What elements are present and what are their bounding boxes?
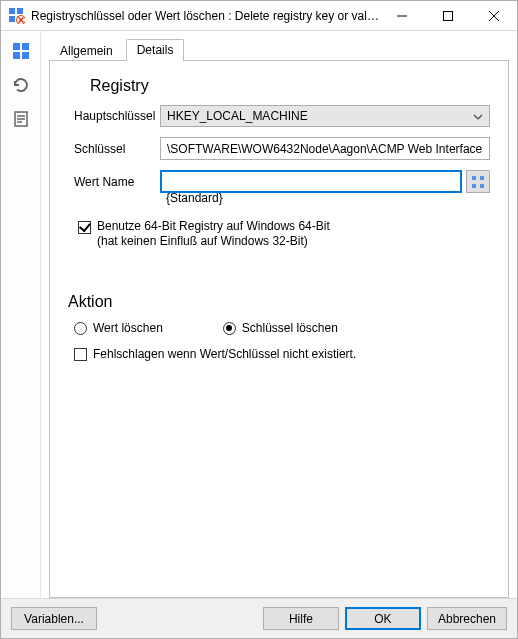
label-valuename: Wert Name — [68, 175, 160, 189]
radio-delete-value[interactable]: Wert löschen — [74, 321, 163, 335]
section-action-title: Aktion — [68, 293, 490, 311]
svg-rect-1 — [17, 8, 23, 14]
titlebar: Registryschlüssel oder Wert löschen : De… — [1, 1, 517, 31]
valuename-hint: {Standard} — [166, 191, 490, 205]
ok-button[interactable]: OK — [345, 607, 421, 630]
svg-rect-13 — [13, 52, 20, 59]
svg-rect-19 — [472, 176, 476, 180]
fail-missing-checkbox[interactable] — [74, 348, 87, 361]
svg-rect-14 — [22, 52, 29, 59]
minimize-button[interactable] — [379, 1, 425, 30]
tab-bar: Allgemein Details — [49, 37, 509, 61]
tab-general[interactable]: Allgemein — [49, 40, 124, 62]
valuename-input[interactable] — [160, 170, 462, 193]
tab-details[interactable]: Details — [126, 39, 185, 61]
footer: Variablen... Hilfe OK Abbrechen — [1, 598, 517, 638]
cancel-button[interactable]: Abbrechen — [427, 607, 507, 630]
window-controls — [379, 1, 517, 30]
close-button[interactable] — [471, 1, 517, 30]
svg-rect-2 — [9, 16, 15, 22]
sidebar — [1, 31, 41, 598]
dialog-window: Registryschlüssel oder Wert löschen : De… — [0, 0, 518, 639]
registry-delete-icon — [9, 8, 25, 24]
section-registry-title: Registry — [90, 77, 490, 95]
radio-delete-value-label: Wert löschen — [93, 321, 163, 335]
radio-delete-key-label: Schlüssel löschen — [242, 321, 338, 335]
sidebar-tiles-icon[interactable] — [7, 37, 35, 65]
label-key: Schlüssel — [68, 142, 160, 156]
svg-rect-11 — [13, 43, 20, 50]
valuename-picker-button[interactable] — [466, 170, 490, 193]
chevron-down-icon — [473, 109, 483, 123]
sidebar-refresh-icon[interactable] — [7, 71, 35, 99]
svg-rect-22 — [480, 184, 484, 188]
svg-rect-0 — [9, 8, 15, 14]
svg-rect-12 — [22, 43, 29, 50]
fail-missing-label: Fehlschlagen wenn Wert/Schlüssel nicht e… — [93, 347, 356, 361]
use64-checkbox[interactable] — [78, 221, 91, 234]
radio-delete-key[interactable]: Schlüssel löschen — [223, 321, 338, 335]
variables-button[interactable]: Variablen... — [11, 607, 97, 630]
sidebar-document-icon[interactable] — [7, 105, 35, 133]
svg-rect-8 — [444, 11, 453, 20]
main-area: Allgemein Details Registry Hauptschlüsse… — [41, 31, 517, 598]
maximize-button[interactable] — [425, 1, 471, 30]
mainkey-select[interactable]: HKEY_LOCAL_MACHINE — [160, 105, 490, 127]
svg-rect-21 — [472, 184, 476, 188]
help-button[interactable]: Hilfe — [263, 607, 339, 630]
details-panel: Registry Hauptschlüssel HKEY_LOCAL_MACHI… — [49, 61, 509, 598]
use64-label: Benutze 64-Bit Registry auf Windows 64-B… — [97, 219, 330, 249]
label-mainkey: Hauptschlüssel — [68, 109, 160, 123]
svg-rect-20 — [480, 176, 484, 180]
key-input[interactable] — [160, 137, 490, 160]
mainkey-value: HKEY_LOCAL_MACHINE — [167, 109, 308, 123]
window-title: Registryschlüssel oder Wert löschen : De… — [31, 9, 379, 23]
